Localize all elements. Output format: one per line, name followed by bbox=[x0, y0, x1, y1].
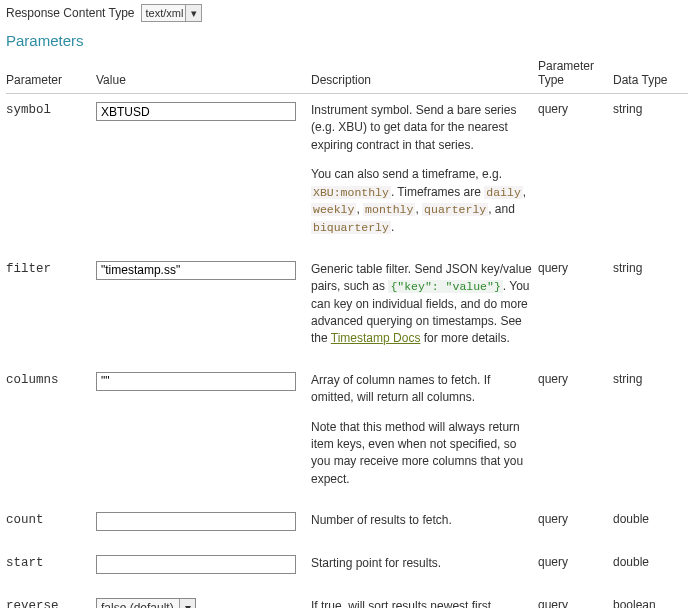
param-type: query bbox=[538, 94, 613, 253]
code-token: XBU:monthly bbox=[311, 186, 391, 199]
col-header-ptype: Parameter Type bbox=[538, 55, 613, 94]
param-name-count: count bbox=[6, 513, 44, 527]
parameters-title: Parameters bbox=[6, 32, 688, 49]
col-header-parameter: Parameter bbox=[6, 55, 96, 94]
desc-text: Starting point for results. bbox=[311, 556, 441, 570]
reverse-select[interactable]: false (default) ▾ bbox=[96, 598, 196, 608]
data-type: string bbox=[613, 94, 688, 253]
desc-text: Instrument symbol. Send a bare series (e… bbox=[311, 103, 516, 152]
desc-text: for more details. bbox=[420, 331, 509, 345]
symbol-input[interactable] bbox=[96, 102, 296, 121]
code-token: weekly bbox=[311, 203, 356, 216]
count-input[interactable] bbox=[96, 512, 296, 531]
param-type: query bbox=[538, 547, 613, 590]
param-type: query bbox=[538, 253, 613, 364]
desc-text: . bbox=[391, 220, 394, 234]
table-row: filter Generic table filter. Send JSON k… bbox=[6, 253, 688, 364]
col-header-dtype: Data Type bbox=[613, 55, 688, 94]
table-row: reverse false (default) ▾ If true, will … bbox=[6, 590, 688, 608]
desc-text: , and bbox=[488, 202, 515, 216]
desc-text: If true, will sort results newest first. bbox=[311, 599, 494, 608]
param-type: query bbox=[538, 364, 613, 504]
parameters-table: Parameter Value Description Parameter Ty… bbox=[6, 55, 688, 608]
code-token: {"key": "value"} bbox=[388, 280, 502, 293]
start-input[interactable] bbox=[96, 555, 296, 574]
code-token: daily bbox=[484, 186, 523, 199]
desc-text: Note that this method will always return… bbox=[311, 419, 532, 489]
code-token: quarterly bbox=[422, 203, 488, 216]
col-header-value: Value bbox=[96, 55, 311, 94]
param-name-filter: filter bbox=[6, 262, 51, 276]
data-type: string bbox=[613, 253, 688, 364]
table-row: columns Array of column names to fetch. … bbox=[6, 364, 688, 504]
response-content-type-label: Response Content Type bbox=[6, 6, 135, 20]
chevron-down-icon: ▾ bbox=[185, 5, 201, 21]
param-type: query bbox=[538, 590, 613, 608]
param-name-columns: columns bbox=[6, 373, 59, 387]
reverse-select-value: false (default) bbox=[101, 601, 174, 608]
param-name-symbol: symbol bbox=[6, 103, 51, 117]
table-row: count Number of results to fetch. query … bbox=[6, 504, 688, 547]
data-type: double bbox=[613, 504, 688, 547]
chevron-down-icon: ▾ bbox=[179, 599, 195, 608]
timestamp-docs-link[interactable]: Timestamp Docs bbox=[331, 331, 421, 345]
filter-input[interactable] bbox=[96, 261, 296, 280]
desc-text: , bbox=[523, 185, 526, 199]
response-content-type-select[interactable]: text/xml ▾ bbox=[141, 4, 203, 22]
columns-input[interactable] bbox=[96, 372, 296, 391]
data-type: double bbox=[613, 547, 688, 590]
desc-text: Array of column names to fetch. If omitt… bbox=[311, 372, 532, 407]
table-row: symbol Instrument symbol. Send a bare se… bbox=[6, 94, 688, 253]
desc-text: You can also send a timeframe, e.g. bbox=[311, 167, 502, 181]
desc-text: Number of results to fetch. bbox=[311, 513, 452, 527]
data-type: string bbox=[613, 364, 688, 504]
col-header-description: Description bbox=[311, 55, 538, 94]
response-content-type-value: text/xml bbox=[146, 7, 184, 19]
code-token: monthly bbox=[363, 203, 415, 216]
param-name-start: start bbox=[6, 556, 44, 570]
param-type: query bbox=[538, 504, 613, 547]
data-type: boolean bbox=[613, 590, 688, 608]
table-row: start Starting point for results. query … bbox=[6, 547, 688, 590]
code-token: biquarterly bbox=[311, 221, 391, 234]
param-name-reverse: reverse bbox=[6, 599, 59, 608]
desc-text: . Timeframes are bbox=[391, 185, 484, 199]
